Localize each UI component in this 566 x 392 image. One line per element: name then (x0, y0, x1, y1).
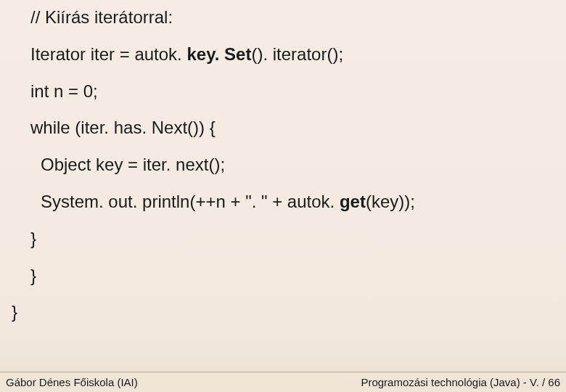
code-line-brace: } (0, 266, 566, 287)
footer: Gábor Dénes Főiskola (IAI) Programozási … (0, 372, 566, 392)
code-text: Iterator iter = autok. (30, 44, 186, 64)
code-line-comment: // Kiírás iterátorral: (0, 7, 566, 28)
code-line-brace: } (0, 229, 566, 250)
footer-left: Gábor Dénes Főiskola (IAI) (6, 376, 138, 388)
footer-right: Programozási technológia (Java) - V. / 6… (361, 376, 560, 388)
code-line-brace: } (0, 302, 566, 323)
code-bold: key. Set (186, 44, 251, 64)
code-line-iterator: Iterator iter = autok. key. Set(). itera… (0, 44, 566, 65)
code-line-object: Object key = iter. next(); (0, 155, 566, 176)
code-line-println: System. out. println(++n + ". " + autok.… (0, 192, 566, 213)
code-bold: get (340, 192, 366, 211)
code-text: System. out. println(++n + ". " + autok. (41, 192, 340, 211)
code-block: // Kiírás iterátorral: Iterator iter = a… (0, 0, 566, 323)
code-text: (key)); (366, 192, 415, 211)
code-line-int: int n = 0; (0, 81, 566, 102)
code-text: (). iterator(); (251, 44, 343, 64)
code-line-while: while (iter. has. Next()) { (0, 118, 566, 139)
